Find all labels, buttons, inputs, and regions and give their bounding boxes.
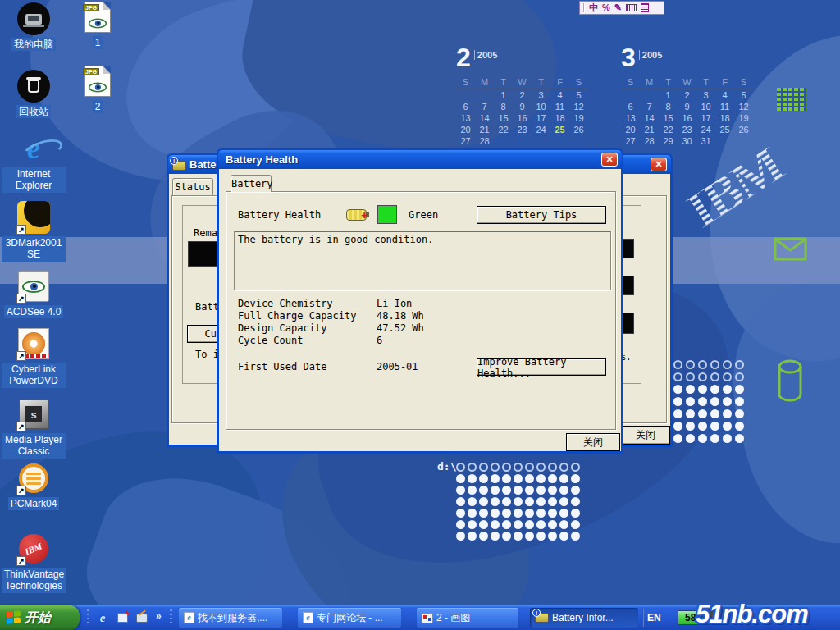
calendar-day: 21 [640, 124, 659, 135]
desktop-icon-pcmark04[interactable]: ↗ PCMark04 [0, 461, 67, 510]
desktop-icon-3dmark2001[interactable]: ↗ 3DMark2001 SE [0, 200, 67, 262]
dot [673, 385, 682, 394]
info-label: Design Capacity [238, 322, 377, 335]
calendar-day: 24 [532, 124, 550, 135]
calendar-grid: SMTWTFS123456789101112131415161718192021… [456, 76, 596, 147]
calendar-day [715, 135, 734, 147]
language-bar-grip[interactable] [583, 3, 585, 12]
close-icon[interactable]: ✕ [651, 158, 667, 171]
calendar-day: 3 [696, 89, 715, 101]
quick-launch-show-desktop-icon[interactable] [135, 611, 148, 624]
desktop: 2 2005 SMTWTFS12345678910111213141516171… [0, 0, 840, 630]
calendar-day: 24 [696, 124, 715, 135]
3dmark2001-icon: ↗ [16, 200, 51, 235]
dot [479, 474, 488, 483]
ime-pen-icon[interactable]: ✎ [614, 2, 622, 14]
task-label: Battery Infor... [552, 612, 614, 623]
desktop-icon-media-player-classic[interactable]: s↗ Media Player Classic [0, 397, 67, 459]
calendar-day: 10 [532, 101, 550, 112]
desktop-icon-powerdvd[interactable]: ↗ CyberLink PowerDVD [0, 326, 67, 388]
desktop-icon-jpg-2[interactable]: JPG 2 [64, 64, 131, 113]
battery-info-row: Cycle Count6 [238, 335, 599, 347]
dot [536, 497, 546, 506]
dot [456, 474, 465, 483]
ime-keyboard-icon[interactable] [626, 4, 637, 11]
calendar-day: 11 [715, 101, 734, 112]
calendar-month-number: 2 [456, 45, 471, 70]
close-button[interactable]: 关闭 [566, 433, 620, 451]
calendar-day: 7 [640, 101, 659, 112]
start-button[interactable]: 开始 [0, 605, 80, 630]
icon-label: ACDSee 4.0 [4, 305, 64, 318]
current-button-fragment[interactable]: Cu [187, 325, 220, 343]
dot [559, 486, 568, 495]
dot [686, 372, 695, 381]
battery-tips-button[interactable]: Battery Tips [477, 206, 606, 224]
dot [525, 509, 534, 518]
dot [673, 360, 682, 369]
calendar-weekday: F [550, 76, 569, 89]
dot [723, 422, 732, 431]
desktop-icon-jpg-1[interactable]: JPG 1 [64, 0, 131, 49]
calendar-weekday: M [640, 76, 659, 89]
taskbar-task-battery[interactable]: !Battery Infor... [530, 608, 638, 628]
calendar-day: 8 [659, 101, 678, 112]
info-label: Device Chemistry [238, 298, 377, 310]
calendar-day [621, 89, 640, 101]
taskbar-task-ie[interactable]: e找不到服务器,... [179, 608, 282, 628]
dot [698, 397, 707, 406]
tab-status[interactable]: Status [172, 178, 213, 195]
desktop-icon-acdsee[interactable]: ↗ ACDSee 4.0 [0, 269, 67, 318]
tab-battery[interactable]: Battery [231, 175, 272, 192]
desktop-icon-my-computer[interactable]: 我的电脑 [0, 2, 67, 51]
dot [514, 509, 523, 518]
calendar-day: 28 [640, 135, 659, 147]
dot [479, 520, 488, 529]
dot [502, 509, 511, 518]
desktop-icon-thinkvantage[interactable]: IBM↗ ThinkVantage Technologies [0, 532, 67, 593]
calendar-day [456, 89, 475, 101]
calendar-day: 8 [494, 101, 513, 112]
battery-health-window: Battery Health ✕ Battery Battery Health … [217, 148, 623, 454]
ime-menu-icon[interactable] [641, 3, 649, 12]
ime-chinese-icon[interactable]: 中 [589, 2, 598, 14]
language-bar[interactable]: 中 % ✎ [579, 1, 664, 15]
ie-page-icon: e [184, 612, 194, 623]
dot [735, 360, 744, 369]
quick-launch-chevron-icon[interactable]: » [156, 610, 162, 622]
language-indicator[interactable]: EN [647, 612, 661, 623]
desktop-icon-recycle-bin[interactable]: 回收站 [0, 69, 67, 118]
calendar-day: 12 [569, 101, 588, 112]
dot [491, 497, 500, 506]
calendar-day: 30 [678, 135, 696, 147]
quick-launch-app-icon[interactable] [116, 611, 129, 624]
dot [735, 409, 744, 418]
shortcut-arrow-icon: ↗ [16, 294, 26, 304]
icon-label: Media Player Classic [2, 433, 66, 459]
ime-mode-icon[interactable]: % [602, 2, 610, 14]
calendar-day: 18 [550, 112, 569, 124]
jpg-file-icon: JPG [80, 0, 115, 34]
battery-health-titlebar[interactable]: Battery Health ✕ [218, 150, 622, 169]
desktop-icon-internet-explorer[interactable]: e Internet Explorer [0, 131, 67, 193]
icon-label: 回收站 [16, 105, 51, 118]
taskbar-task-ie[interactable]: e专门网论坛 - ... [298, 608, 401, 628]
calendar-day: 5 [734, 89, 753, 101]
close-button-back[interactable]: 关闭 [621, 426, 670, 445]
dot [686, 360, 695, 369]
taskbar-task-paint[interactable]: 2 - 画图 [417, 608, 518, 628]
calendar-day: 20 [621, 124, 640, 135]
calendar-day: 18 [715, 112, 734, 124]
quick-launch-ie-icon[interactable]: e [96, 611, 109, 624]
improve-battery-health-button[interactable]: Improve Battery Health... [477, 358, 606, 376]
dot [536, 486, 546, 495]
dot [710, 372, 719, 381]
battery-gauge-box [188, 241, 217, 267]
calendar-day: 17 [696, 112, 715, 124]
start-label: 开始 [25, 609, 51, 627]
dot [502, 463, 511, 472]
close-icon[interactable]: ✕ [601, 153, 618, 167]
dot [698, 385, 707, 394]
dot [456, 497, 465, 506]
battery-info-rows: Device ChemistryLi-IonFull Charge Capaci… [238, 298, 599, 347]
